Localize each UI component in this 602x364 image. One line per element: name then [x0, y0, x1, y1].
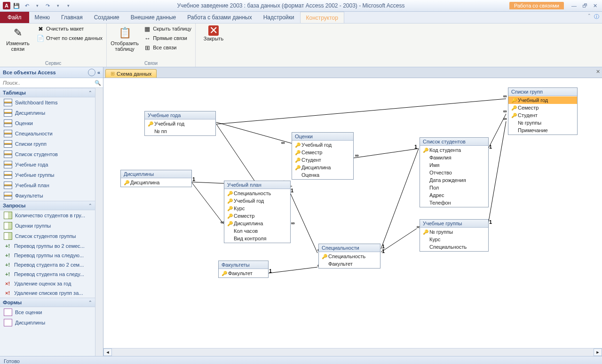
table-uchebnye-gruppy[interactable]: Учебные группы🔑№ группыКурсСпециальность — [420, 219, 489, 252]
table-field[interactable]: Адрес — [420, 191, 488, 199]
nav-table-item[interactable]: Оценки — [0, 118, 95, 128]
table-header[interactable]: Учебные года — [145, 111, 215, 119]
nav-dropdown-icon[interactable] — [88, 69, 95, 76]
table-field[interactable]: 🔑Учебный год — [145, 120, 215, 127]
table-field[interactable]: 🔑Учебный год — [292, 141, 353, 149]
table-header[interactable]: Специальности — [319, 244, 380, 252]
scroll-right-icon[interactable]: ► — [594, 348, 602, 356]
nav-query-item[interactable]: +!Перевод группы на следую... — [0, 251, 95, 260]
table-field[interactable]: № пп — [145, 127, 215, 135]
table-field[interactable]: 🔑Семестр — [292, 149, 353, 156]
table-field[interactable]: № группы — [508, 119, 577, 127]
file-tab[interactable]: Файл — [0, 12, 29, 23]
search-input[interactable] — [2, 79, 95, 86]
qat-customize-icon[interactable]: ▾ — [64, 1, 72, 10]
table-uchebnye-goda[interactable]: Учебные года🔑Учебный год№ пп — [144, 111, 216, 136]
table-field[interactable]: 🔑Дисциплина — [224, 220, 290, 227]
save-icon[interactable]: 💾 — [12, 1, 21, 10]
table-field[interactable]: Пол — [420, 184, 488, 191]
close-button[interactable]: ✕ Закрыть — [198, 24, 229, 42]
nav-table-item[interactable]: Специальности — [0, 128, 95, 139]
undo-dropdown-icon[interactable]: ▾ — [33, 1, 41, 10]
nav-table-item[interactable]: Учебный план — [0, 180, 95, 190]
help-icon[interactable]: ⓘ — [594, 13, 599, 20]
nav-table-item[interactable]: Дисциплины — [0, 108, 95, 118]
doc-close-icon[interactable]: ✕ — [596, 69, 600, 75]
nav-query-item[interactable]: Список студентов группы — [0, 231, 95, 241]
nav-query-item[interactable]: +!Перевод студента во 2 сем... — [0, 260, 95, 269]
tab-addins[interactable]: Надстройки — [258, 12, 300, 23]
table-header[interactable]: Факультеты — [219, 261, 268, 269]
tab-design[interactable]: Конструктор — [300, 12, 344, 23]
table-field[interactable]: 🔑Дисциплина — [121, 179, 191, 186]
table-field[interactable]: 🔑Студент — [292, 156, 353, 164]
table-field[interactable]: 🔑Семестр — [224, 212, 290, 220]
minimize-icon[interactable]: — — [571, 3, 577, 9]
close-icon[interactable]: ✕ — [593, 3, 597, 9]
table-header[interactable]: Оценки — [292, 133, 353, 141]
table-field[interactable]: 🔑Дисциплина — [292, 164, 353, 171]
table-field[interactable]: Дата рождения — [420, 176, 488, 184]
table-field[interactable]: Вид контроля — [224, 235, 290, 242]
nav-table-item[interactable]: Учебные года — [0, 159, 95, 170]
table-field[interactable]: 🔑Студент — [508, 111, 577, 119]
nav-form-item[interactable]: Дисциплины — [0, 317, 95, 328]
direct-relations-button[interactable]: ↔Прямые связи — [143, 34, 192, 42]
tab-dbtools[interactable]: Работа с базами данных — [182, 12, 257, 23]
cat-tables[interactable]: Таблицы⌃ — [0, 88, 95, 97]
table-field[interactable]: Оценка — [292, 171, 353, 179]
table-field[interactable]: 🔑Курс — [224, 205, 290, 212]
show-table-button[interactable]: 📋 Отобразить таблицу — [110, 24, 140, 53]
table-field[interactable]: Имя — [420, 161, 488, 169]
table-discipliny[interactable]: Дисциплины🔑Дисциплина — [120, 170, 192, 187]
table-field[interactable]: 🔑Учебный год — [508, 96, 577, 104]
table-field[interactable]: 🔑Учебный год — [224, 197, 290, 205]
table-header[interactable]: Список студентов — [420, 138, 488, 146]
table-field[interactable]: 🔑Специальность — [224, 190, 290, 197]
nav-query-item[interactable]: +!Перевод группы во 2 семес... — [0, 241, 95, 251]
nav-query-item[interactable]: Количество студентов в гру... — [0, 210, 95, 221]
table-field[interactable]: 🔑Факультет — [219, 269, 268, 277]
nav-query-item[interactable]: Оценки группы — [0, 221, 95, 231]
tab-create[interactable]: Создание — [88, 12, 125, 23]
nav-table-item[interactable]: Список студентов — [0, 149, 95, 159]
table-field[interactable]: Примечание — [508, 127, 577, 134]
nav-header[interactable]: Все объекты Access « — [0, 67, 103, 78]
undo-icon[interactable]: ↶ — [23, 1, 31, 10]
table-field[interactable]: 🔑Код студента — [420, 146, 488, 154]
table-specialnosti[interactable]: Специальности🔑СпециальностьФакультет — [318, 244, 380, 269]
nav-table-item[interactable]: Факультеты — [0, 190, 95, 201]
cat-queries[interactable]: Запросы⌃ — [0, 201, 95, 210]
table-header[interactable]: Учебные группы — [420, 220, 488, 228]
table-field[interactable]: Специальность — [420, 243, 488, 251]
table-field[interactable]: Фамилия — [420, 154, 488, 161]
scroll-left-icon[interactable]: ◄ — [103, 348, 112, 356]
restore-icon[interactable]: 🗗 — [582, 3, 587, 9]
nav-table-item[interactable]: Списки групп — [0, 139, 95, 149]
nav-collapse-icon[interactable]: « — [97, 70, 100, 75]
nav-table-item[interactable]: Учебные группы — [0, 170, 95, 180]
table-field[interactable]: Отчество — [420, 169, 488, 176]
nav-scrollbar[interactable] — [95, 88, 103, 356]
search-icon[interactable]: 🔍 — [95, 80, 101, 86]
horizontal-scrollbar[interactable]: ◄ ► — [103, 348, 602, 356]
table-spiski-grupp[interactable]: Списки групп🔑Учебный год🔑Семестр🔑Студент… — [508, 87, 578, 135]
table-field[interactable]: 🔑Специальность — [319, 253, 380, 260]
table-ocenki[interactable]: Оценки🔑Учебный год🔑Семестр🔑Студент🔑Дисци… — [292, 132, 354, 180]
redo-icon[interactable]: ↷ — [43, 1, 52, 10]
table-field[interactable]: Кол часов — [224, 227, 290, 235]
tab-external[interactable]: Внешние данные — [125, 12, 182, 23]
table-field[interactable]: Факультет — [319, 260, 380, 268]
table-header[interactable]: Учебный план — [224, 181, 290, 189]
table-field[interactable]: Телефон — [420, 199, 488, 206]
tab-home[interactable]: Главная — [55, 12, 88, 23]
nav-query-item[interactable]: ×!Удаление списков групп за... — [0, 288, 95, 298]
ribbon-minimize-icon[interactable]: ⌃ — [587, 13, 591, 20]
table-header[interactable]: Списки групп — [508, 88, 577, 96]
edit-relations-button[interactable]: ✎ Изменить связи — [3, 24, 33, 53]
table-field[interactable]: 🔑Семестр — [508, 104, 577, 111]
nav-query-item[interactable]: ×!Удаление оценок за год — [0, 279, 95, 288]
table-uchebny-plan[interactable]: Учебный план🔑Специальность🔑Учебный год🔑К… — [224, 181, 291, 243]
table-fakultety[interactable]: Факультеты🔑Факультет — [218, 261, 269, 278]
cat-forms[interactable]: Формы⌃ — [0, 298, 95, 307]
